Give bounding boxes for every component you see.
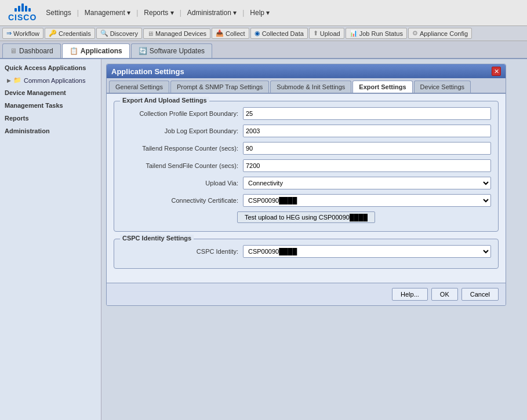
tailend-response-label: Tailend Response Counter (secs): xyxy=(121,145,243,152)
sidebar-quick-access: Quick Access Applications xyxy=(0,63,101,73)
cspc-identity-section: CSPC Identity Settings CSPC Identity: CS… xyxy=(114,239,499,269)
sidebar-reports-header[interactable]: Reports xyxy=(0,113,101,123)
upload-btn[interactable]: ⬆ Upload xyxy=(309,28,344,39)
bar2 xyxy=(18,6,20,12)
sidebar-reports-section: Reports xyxy=(0,113,101,123)
application-settings-dialog: Application Settings ✕ General Settings … xyxy=(106,64,506,306)
main-tabs: 🖥 Dashboard 📋 Applications 🔄 Software Up… xyxy=(0,41,527,59)
dialog-titlebar: Application Settings ✕ xyxy=(107,64,506,78)
upload-via-row: Upload Via: Connectivity Direct xyxy=(121,177,491,189)
cspc-section-title: CSPC Identity Settings xyxy=(120,235,194,242)
dialog-close-button[interactable]: ✕ xyxy=(492,67,501,76)
tab-dashboard[interactable]: 🖥 Dashboard xyxy=(2,43,61,58)
dialog-tabs: General Settings Prompt & SNMP Trap Sett… xyxy=(107,78,506,94)
cspc-identity-row: CSPC Identity: CSP00090████ xyxy=(121,245,491,258)
cisco-text: CISCO xyxy=(8,13,37,22)
discovery-btn[interactable]: 🔍 Discovery xyxy=(96,28,142,39)
job-log-row: Job Log Export Boundary: xyxy=(121,125,491,137)
toolbar: ⇒ Workflow 🔑 Credentials 🔍 Discovery 🖥 M… xyxy=(0,26,527,41)
collection-profile-row: Collection Profile Export Boundary: xyxy=(121,107,491,120)
sidebar-device-management-header[interactable]: Device Management xyxy=(0,87,101,98)
help-button[interactable]: Help... xyxy=(392,288,428,301)
sidebar-admin-section: Administration xyxy=(0,126,101,136)
tailend-response-row: Tailend Response Counter (secs): xyxy=(121,142,491,155)
ok-button[interactable]: OK xyxy=(431,288,458,301)
nav-settings[interactable]: Settings xyxy=(43,8,73,18)
sidebar-management-tasks-header[interactable]: Management Tasks xyxy=(0,100,101,111)
dialog-footer: Help... OK Cancel xyxy=(107,283,506,305)
tailend-sendfile-input[interactable] xyxy=(243,159,491,172)
upload-via-select[interactable]: Connectivity Direct xyxy=(243,177,491,189)
export-upload-section: Export And Upload Settings Collection Pr… xyxy=(114,101,499,232)
nav-reports[interactable]: Reports ▾ xyxy=(141,8,176,18)
cspc-identity-select[interactable]: CSP00090████ xyxy=(243,245,491,258)
bar5 xyxy=(28,8,31,12)
arrow-icon: ▶ xyxy=(7,78,11,83)
nav-management[interactable]: Management ▾ xyxy=(82,8,133,18)
main-panel: Application Settings ✕ General Settings … xyxy=(101,59,527,420)
sidebar-common-apps-section: ▶ 📁 Common Applications xyxy=(0,75,101,85)
workflow-btn[interactable]: ⇒ Workflow xyxy=(2,28,43,39)
test-upload-button[interactable]: Test upload to HEG using CSP00090████ xyxy=(237,211,375,223)
nav-help[interactable]: Help ▾ xyxy=(248,8,272,18)
tab-device-settings[interactable]: Device Settings xyxy=(414,81,471,93)
dialog-content: Export And Upload Settings Collection Pr… xyxy=(107,94,506,283)
tailend-response-input[interactable] xyxy=(243,142,491,155)
collection-profile-input[interactable] xyxy=(243,107,491,120)
cisco-logo-bars xyxy=(14,3,31,12)
credentials-btn[interactable]: 🔑 Credentials xyxy=(45,28,95,39)
managed-devices-btn[interactable]: 🖥 Managed Devices xyxy=(143,28,210,39)
connectivity-cert-label: Connectivity Certificate: xyxy=(121,197,243,204)
tab-software-updates[interactable]: 🔄 Software Updates xyxy=(131,43,212,58)
tab-applications[interactable]: 📋 Applications xyxy=(62,43,130,58)
dialog-title: Application Settings xyxy=(111,67,184,76)
sidebar-administration-header[interactable]: Administration xyxy=(0,126,101,136)
cancel-button[interactable]: Cancel xyxy=(461,288,499,301)
content-area: Quick Access Applications ▶ 📁 Common App… xyxy=(0,59,527,420)
sidebar-item-common-applications[interactable]: ▶ 📁 Common Applications xyxy=(0,75,101,85)
tab-submode-init[interactable]: Submode & Init Settings xyxy=(270,81,351,93)
connectivity-cert-row: Connectivity Certificate: CSP00090████ xyxy=(121,194,491,207)
cisco-logo: CISCO xyxy=(3,1,41,24)
collected-data-btn[interactable]: ◉ Collected Data xyxy=(250,28,308,39)
bar4 xyxy=(25,6,27,12)
tab-export-settings[interactable]: Export Settings xyxy=(352,81,412,93)
cspc-identity-label: CSPC Identity: xyxy=(121,248,243,255)
upload-via-label: Upload Via: xyxy=(121,180,243,187)
tab-general-settings[interactable]: General Settings xyxy=(109,81,169,93)
collection-profile-label: Collection Profile Export Boundary: xyxy=(121,110,243,117)
job-run-status-btn[interactable]: 📊 Job Run Status xyxy=(346,28,407,39)
job-log-input[interactable] xyxy=(243,125,491,137)
top-nav: CISCO Settings | Management ▾ | Reports … xyxy=(0,0,527,26)
sidebar-mgmt-tasks-section: Management Tasks xyxy=(0,100,101,111)
test-btn-row: Test upload to HEG using CSP00090████ xyxy=(121,211,491,223)
sidebar-device-mgmt-section: Device Management xyxy=(0,87,101,98)
appliance-config-btn[interactable]: ⚙ Appliance Config xyxy=(408,28,472,39)
tab-prompt-snmp[interactable]: Prompt & SNMP Trap Settings xyxy=(170,81,269,93)
export-section-title: Export And Upload Settings xyxy=(120,97,209,104)
sidebar: Quick Access Applications ▶ 📁 Common App… xyxy=(0,59,101,420)
tailend-sendfile-label: Tailend SendFile Counter (secs): xyxy=(121,162,243,169)
collect-btn[interactable]: 📥 Collect xyxy=(212,28,249,39)
tailend-sendfile-row: Tailend SendFile Counter (secs): xyxy=(121,159,491,172)
bar1 xyxy=(14,8,17,12)
sidebar-quick-access-header: Quick Access Applications xyxy=(0,63,101,73)
job-log-label: Job Log Export Boundary: xyxy=(121,127,243,134)
nav-administration[interactable]: Administration ▾ xyxy=(185,8,239,18)
connectivity-cert-select[interactable]: CSP00090████ xyxy=(243,194,491,207)
bar3 xyxy=(21,3,24,12)
